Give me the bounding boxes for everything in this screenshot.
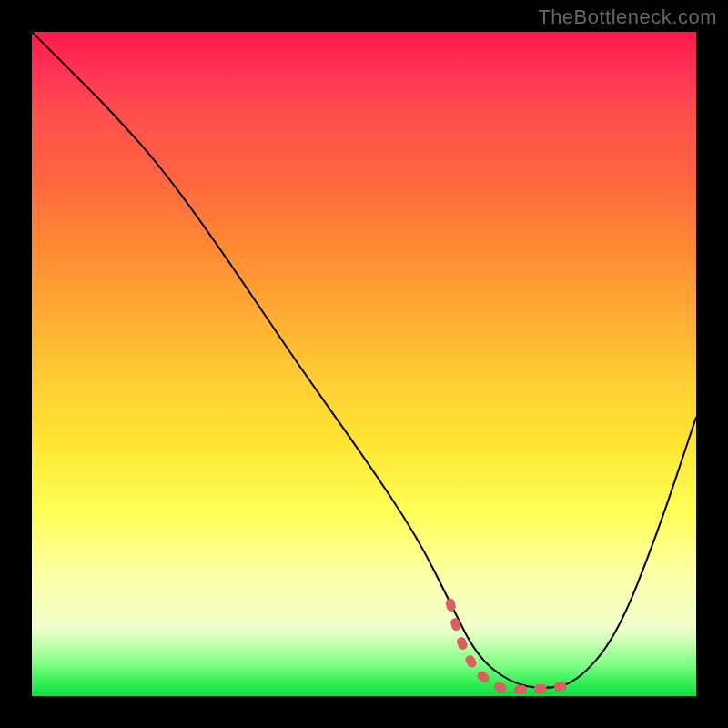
trough-highlight: [450, 603, 577, 690]
watermark-text: TheBottleneck.com: [538, 5, 717, 29]
chart-plot-area: [32, 32, 696, 696]
bottleneck-curve-line: [32, 32, 696, 688]
curve-svg: [32, 32, 696, 696]
